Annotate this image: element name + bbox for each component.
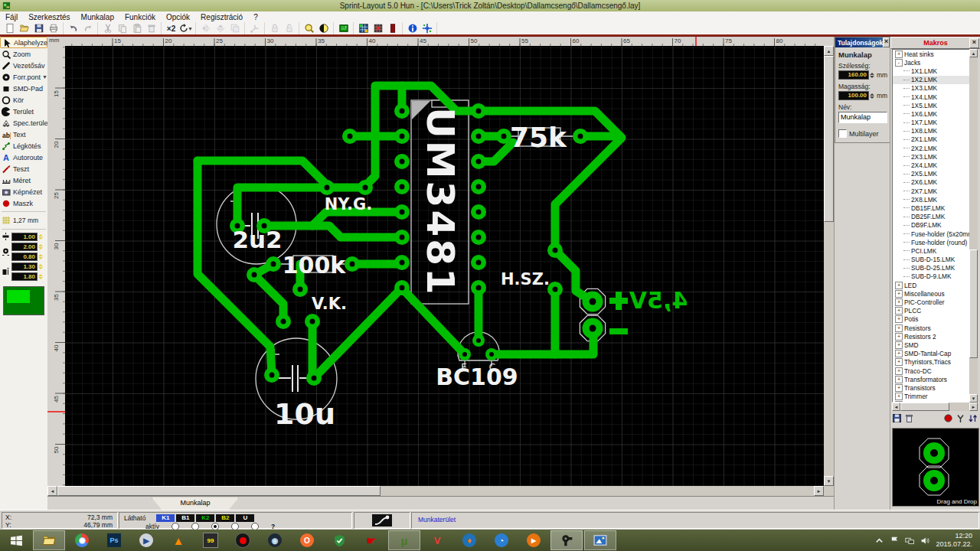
taskbar-red-hand-tool[interactable]: ☛ xyxy=(355,530,387,551)
menu-munkalap[interactable]: Munkalap xyxy=(76,13,119,21)
tree-expander-icon[interactable]: + xyxy=(895,350,903,357)
pcb-canvas[interactable]: UM3481 75k 100k 2u2 10u NY.G. V.K. H.SZ.… xyxy=(65,46,824,486)
menu-szerkeszts[interactable]: Szerkesztés xyxy=(23,13,75,21)
taskbar-utorrent[interactable]: µ xyxy=(388,530,420,550)
macro-item[interactable]: Fuse-holder (5x20mm xyxy=(893,230,970,238)
macro-item[interactable]: +Thyristors,Triacs xyxy=(893,358,970,367)
unlock-button[interactable] xyxy=(282,23,296,34)
taskbar-antivirus[interactable] xyxy=(323,530,355,551)
tree-expander-icon[interactable]: - xyxy=(895,59,903,67)
tool-magnifier[interactable]: Zoom xyxy=(0,48,47,60)
smd-width-field[interactable]: 1.30 xyxy=(11,262,44,271)
rotate-button[interactable]: ▼ xyxy=(178,23,193,34)
macro-item[interactable]: 2X5.LMK xyxy=(893,170,970,178)
tool-track[interactable]: Vezetősáv xyxy=(0,60,47,71)
tool-measure[interactable]: Méret xyxy=(0,174,47,186)
macro-item[interactable]: +PIC-Controller xyxy=(893,298,970,306)
macro-item[interactable]: +SMD xyxy=(893,341,970,349)
taskbar-steam[interactable]: ◉ xyxy=(259,530,291,551)
close-icon[interactable]: × xyxy=(969,38,979,48)
macro-item[interactable]: +Potis xyxy=(893,315,970,324)
taskbar-audio-player[interactable]: ▶ xyxy=(518,530,550,551)
macro-item[interactable]: 1X5.LMK xyxy=(893,101,970,109)
macro-item[interactable]: 2X4.LMK xyxy=(893,161,970,169)
pad-drill-field[interactable]: 0.80 xyxy=(11,253,44,261)
taskbar-vivaldi[interactable]: V xyxy=(421,530,453,551)
action-center-flag-icon[interactable] xyxy=(890,536,900,546)
track-width-field[interactable]: 1.00 xyxy=(11,233,44,241)
tree-expander-icon[interactable]: + xyxy=(895,358,903,366)
macro-item[interactable]: 1X8.LMK xyxy=(893,127,970,135)
macro-item[interactable]: 2X6.LMK xyxy=(893,178,970,187)
delete-macro-button[interactable] xyxy=(904,412,914,426)
macros-title-bar[interactable]: Makros × xyxy=(890,37,980,49)
delete-button[interactable] xyxy=(144,23,158,34)
macro-item[interactable]: +Resistors xyxy=(893,324,970,332)
save-button[interactable] xyxy=(31,23,46,34)
paste-button[interactable] xyxy=(129,23,144,34)
menu-?[interactable]: ? xyxy=(248,13,263,21)
taskbar-media-player[interactable]: ▶ xyxy=(130,530,162,551)
grid-settings-button[interactable] xyxy=(356,23,371,34)
menu-fjl[interactable]: Fájl xyxy=(0,13,23,21)
redo-button[interactable] xyxy=(80,23,95,34)
menu-regisztrci[interactable]: Regisztráció xyxy=(195,13,248,21)
taskbar-start-button[interactable] xyxy=(0,530,32,551)
taskbar-origin[interactable]: O xyxy=(291,530,323,551)
mirror-vertical-button[interactable] xyxy=(213,23,227,34)
macro-item[interactable]: +LED xyxy=(893,281,970,289)
tree-expander-icon[interactable]: + xyxy=(895,367,903,375)
lock-button[interactable] xyxy=(267,23,282,34)
open-file-button[interactable] xyxy=(17,23,31,34)
tool-special-area[interactable]: Spec.terület xyxy=(0,117,47,129)
new-document-button[interactable] xyxy=(2,23,17,34)
tree-expander-icon[interactable]: + xyxy=(895,307,903,315)
crosshair-button[interactable] xyxy=(420,23,434,34)
tool-photoview[interactable]: Képnézet xyxy=(0,186,47,197)
volume-icon[interactable] xyxy=(920,536,930,546)
network-icon[interactable] xyxy=(905,536,915,546)
board-view-button[interactable] xyxy=(336,23,351,34)
macro-item[interactable]: 2X2.LMK xyxy=(893,144,970,152)
save-macro-button[interactable] xyxy=(892,412,902,426)
macro-item[interactable]: +Resistors 2 xyxy=(893,332,970,341)
zoom-button[interactable] xyxy=(302,23,316,34)
macro-item[interactable]: +PLCC xyxy=(893,307,970,315)
print-button[interactable] xyxy=(46,23,60,34)
macro-item[interactable]: +Trimmer xyxy=(893,393,970,401)
tool-smd[interactable]: SMD-Pad xyxy=(0,83,47,94)
macro-tree-hscrollbar[interactable]: ◄ ► xyxy=(892,403,978,411)
macro-item[interactable]: SUB-D-9.LMK xyxy=(893,272,970,281)
tool-autoroute[interactable]: AAutoroute xyxy=(0,152,47,163)
taskbar-vlc[interactable]: ▲ xyxy=(162,530,194,551)
tree-expander-icon[interactable]: + xyxy=(895,376,903,383)
cut-button[interactable] xyxy=(100,23,115,34)
tool-circle[interactable]: Kör xyxy=(0,94,47,106)
group-button[interactable] xyxy=(227,23,242,34)
macro-item[interactable]: DB9F.LMK xyxy=(893,221,970,230)
width-field[interactable]: 160.00 mm xyxy=(838,70,890,80)
layer-visible-k1[interactable]: K1 xyxy=(156,514,175,522)
grid-setting-button[interactable]: 1,27 mm xyxy=(0,214,47,227)
name-input[interactable]: Munkalap xyxy=(838,112,887,123)
macro-item[interactable]: 1X6.LMK xyxy=(893,109,970,118)
macro-item[interactable]: +SMD-Tantal-Cap xyxy=(893,350,970,358)
layer-visible-u[interactable]: U xyxy=(236,514,254,522)
layer-visible-b2[interactable]: B2 xyxy=(216,514,234,522)
macro-item[interactable]: 2X1.LMK xyxy=(893,135,970,144)
tool-mask[interactable]: Maszk xyxy=(0,197,47,209)
grid-capture-button[interactable] xyxy=(371,23,385,34)
tool-pad[interactable]: Forr.pont▼ xyxy=(0,71,47,83)
hidden-icons-chevron[interactable] xyxy=(874,536,884,546)
tree-expander-icon[interactable]: + xyxy=(895,333,903,341)
layer-visible-k2[interactable]: K2 xyxy=(196,514,214,522)
info-button[interactable] xyxy=(405,23,420,34)
taskbar-blue-app[interactable]: ◔ xyxy=(485,530,518,551)
macro-item[interactable]: 1X3.LMK xyxy=(893,84,970,93)
copy-button[interactable] xyxy=(115,23,129,34)
undo-button[interactable] xyxy=(66,23,80,34)
macro-item[interactable]: +Heat sinks xyxy=(893,50,970,58)
tree-expander-icon[interactable]: + xyxy=(895,341,903,349)
macro-item[interactable]: Fuse-holder (round) F xyxy=(893,238,970,246)
trace-mode-indicator[interactable] xyxy=(354,512,410,529)
